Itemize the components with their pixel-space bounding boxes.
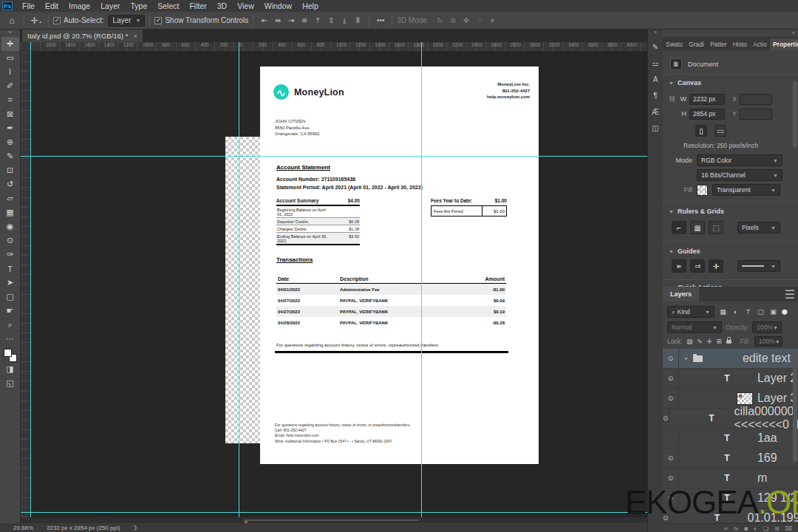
layers-action-icon[interactable]: ⊞ (774, 525, 780, 532)
menu-item[interactable]: File (17, 0, 40, 12)
tool-button[interactable]: ▱ (1, 191, 19, 205)
filter-toggle-icon[interactable]: ⬤ (782, 309, 788, 315)
tool-button[interactable]: ⌇ (1, 65, 19, 79)
landscape-orientation-icon[interactable]: ▭ (715, 125, 726, 137)
fill-swatch[interactable] (697, 185, 708, 196)
layer-name[interactable]: m (757, 471, 767, 485)
layer-filter-icon[interactable]: ▢ (755, 308, 766, 316)
collapse-tools-icon[interactable]: » (9, 30, 12, 37)
bit-depth-dropdown[interactable]: 16 Bits/Channel▼ (697, 169, 782, 181)
tool-button[interactable]: T (1, 262, 19, 276)
layers-action-icon[interactable]: ⌧ (785, 525, 792, 532)
menu-item[interactable]: Select (152, 0, 184, 12)
tool-button[interactable]: ⌕ (1, 318, 19, 332)
layer-row[interactable]: ⊙ ▼ T edite text (663, 349, 798, 369)
close-tab-icon[interactable]: × (133, 33, 137, 40)
visibility-toggle[interactable]: ⊙ (663, 449, 679, 468)
align-icon[interactable]: ≋ (298, 16, 311, 25)
layers-action-icon[interactable]: ◙ (744, 525, 748, 532)
scrollbar-thumb[interactable] (242, 519, 420, 522)
tool-button[interactable]: ↺ (1, 177, 19, 191)
visibility-toggle[interactable]: ⊙ (663, 369, 679, 389)
lock-all-icon[interactable] (726, 340, 732, 344)
chevron-down-icon[interactable]: ▼ (669, 81, 674, 86)
height-field[interactable]: 2854 px (689, 109, 725, 120)
layer-filter-dropdown[interactable]: ⌕Kind▼ (667, 306, 715, 318)
align-icon[interactable]: ⤒ (311, 16, 324, 25)
units-dropdown[interactable]: Pixels▼ (737, 222, 780, 233)
visibility-toggle[interactable]: ⊙ (663, 349, 679, 369)
layer-row[interactable]: ⊙ ▼ T Layer 2 (663, 369, 798, 389)
guide-vertical-2[interactable] (239, 42, 239, 517)
link-dimensions-icon[interactable]: ⛓ (669, 95, 675, 103)
tool-button[interactable]: ✒ (1, 121, 19, 135)
align-icon[interactable]: ⤓ (338, 16, 351, 25)
guide-horizontal-1[interactable] (21, 156, 647, 157)
layer-name[interactable]: edite text (743, 352, 791, 365)
tab-properties[interactable]: Properties (770, 38, 798, 50)
panel-tab[interactable]: Gradi (686, 38, 707, 50)
menu-item[interactable]: Filter (184, 0, 211, 12)
canvas-area[interactable]: 2000180016001400120010008006004002000200… (21, 42, 647, 517)
menu-item[interactable]: View (232, 0, 259, 12)
layers-scrollbar[interactable] (793, 352, 797, 463)
menu-item[interactable]: 3D (212, 0, 232, 12)
toggle-rulers-icon[interactable]: ⌐ (672, 221, 686, 234)
tool-button[interactable]: ✐ (1, 79, 19, 93)
align-icon[interactable]: ⫴ (351, 16, 364, 25)
layers-menu-icon[interactable]: ☰ (782, 287, 798, 301)
tool-button[interactable]: ▭ (1, 51, 19, 65)
panel-icon[interactable]: A (649, 71, 663, 87)
group-chevron-icon[interactable]: ▼ (683, 356, 689, 361)
auto-select-checkbox[interactable]: ✓ (53, 17, 61, 24)
layer-row[interactable]: ⊙ ▼ T 169 (663, 449, 798, 468)
layer-filter-icon[interactable]: ▦ (717, 308, 729, 316)
expand-panels-icon[interactable]: » (654, 30, 657, 38)
panel-tab[interactable]: Swatc (663, 38, 686, 50)
collapse-panels-icon[interactable]: « (792, 30, 795, 35)
color-swatches[interactable] (4, 349, 17, 362)
visibility-toggle[interactable]: ⊙ (663, 409, 669, 429)
layer-row[interactable]: ⊙ ▼ T 1aa (663, 429, 798, 449)
tool-button[interactable]: ▦ (1, 205, 19, 219)
panel-icon[interactable]: ✎ (649, 38, 663, 55)
tool-button[interactable]: ✛ (1, 37, 19, 51)
menu-item[interactable]: Window (259, 0, 297, 12)
lock-transparency-icon[interactable]: ▨ (686, 338, 692, 345)
mode-dropdown[interactable]: RGB Color▼ (697, 154, 782, 166)
tool-button[interactable]: ⋯ (1, 332, 19, 346)
width-field[interactable]: 2232 px (689, 94, 725, 105)
tab-layers[interactable]: Layers (663, 287, 699, 301)
lock-artboard-icon[interactable]: ⊞ (717, 338, 722, 345)
lock-guides-icon[interactable]: ⫤ (690, 259, 705, 273)
tool-button[interactable]: ⊕ (1, 135, 19, 149)
show-transform-checkbox[interactable]: ✓ (154, 17, 162, 24)
guide-vertical-1[interactable] (30, 42, 31, 517)
layer-name[interactable]: Layer 2 (757, 372, 797, 385)
zoom-level[interactable]: 20.66% (13, 525, 33, 531)
menu-item[interactable]: Edit (40, 0, 64, 12)
guide-horizontal-2[interactable] (21, 512, 647, 513)
tool-button[interactable]: ✑ (1, 248, 19, 262)
visibility-toggle[interactable]: ⊙ (663, 429, 679, 449)
lock-paint-icon[interactable]: ✎ (697, 338, 702, 345)
screen-mode-icon[interactable]: ◱ (1, 376, 19, 390)
layer-name[interactable]: 169 (757, 451, 777, 465)
panel-icon[interactable]: ⚍ (649, 55, 663, 71)
layer-row[interactable]: ⊙ ▼ T cilla000000...<<<<<<<0 d (663, 409, 798, 429)
panel-tab[interactable]: Patter (707, 38, 730, 50)
layer-filter-icon[interactable]: T (743, 308, 754, 316)
quick-mask-icon[interactable]: ◨ (1, 362, 19, 376)
layers-action-icon[interactable]: ❏ (763, 525, 768, 532)
panel-icon[interactable]: ◫ (649, 120, 663, 136)
more-options-icon[interactable]: ••• (374, 16, 387, 24)
toggle-grid-icon[interactable]: ▦ (690, 221, 705, 234)
tool-button[interactable]: ⊠ (1, 107, 19, 121)
tool-button[interactable]: ▢ (1, 290, 19, 304)
menu-item[interactable]: Layer (95, 0, 125, 12)
tool-button[interactable]: ⌗ (1, 93, 19, 107)
clear-guides-icon[interactable]: ✛ (709, 259, 723, 273)
document-tab[interactable]: Italy id.psd @ 20.7% (RGB/16) * × (22, 30, 143, 42)
chevron-down-icon[interactable]: ▼ (669, 209, 674, 214)
menu-item[interactable]: Type (125, 0, 152, 12)
